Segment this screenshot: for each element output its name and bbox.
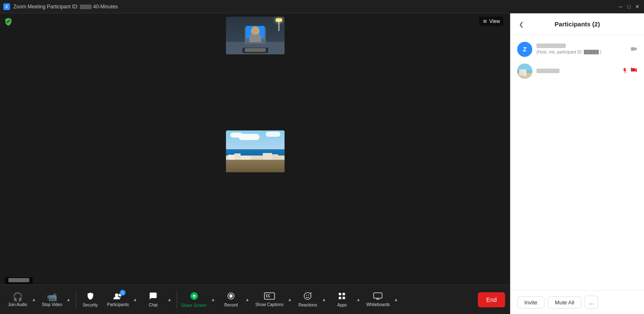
video-camera-icon: 📹 xyxy=(47,293,57,301)
participant-2-video xyxy=(226,130,285,172)
reactions-group: Reactions ▲ xyxy=(295,287,328,312)
show-captions-button[interactable]: CC Show Captions xyxy=(253,287,286,312)
stop-video-chevron[interactable]: ▲ xyxy=(65,287,72,312)
apps-chevron[interactable]: ▲ xyxy=(354,287,362,312)
chat-chevron[interactable]: ▲ xyxy=(166,287,173,312)
svg-rect-12 xyxy=(339,293,341,296)
window-controls: ─ □ ✕ xyxy=(617,3,641,10)
participants-button[interactable]: 2 Participants xyxy=(105,287,131,312)
svg-rect-13 xyxy=(343,293,345,296)
video-main: View xyxy=(0,13,510,285)
panel-header: ❮ Participants (2) xyxy=(511,13,644,35)
reactions-button[interactable]: Reactions xyxy=(295,287,320,312)
participant-1-video-icon xyxy=(631,46,637,53)
mute-all-button[interactable]: Mute All xyxy=(548,296,581,309)
svg-point-10 xyxy=(308,295,309,296)
participant-item: Z (Host, me, participant ID: █████ ) xyxy=(511,38,644,60)
invite-button[interactable]: Invite xyxy=(517,296,544,309)
security-group: Security xyxy=(78,287,103,312)
participants-group: 2 Participants ▲ xyxy=(105,287,139,312)
whiteboards-icon xyxy=(373,292,382,301)
participants-chevron[interactable]: ▲ xyxy=(131,287,139,312)
share-screen-button[interactable]: Share Screen xyxy=(179,287,209,312)
whiteboards-button[interactable]: Whiteboards xyxy=(364,287,392,312)
participant-2-mic-icon xyxy=(622,67,627,75)
share-screen-group: Share Screen ▲ xyxy=(179,287,217,312)
end-button[interactable]: End xyxy=(478,292,505,307)
participant-1-video xyxy=(226,17,285,54)
svg-point-11 xyxy=(311,292,312,294)
share-screen-chevron[interactable]: ▲ xyxy=(209,287,217,312)
participant-1-name-badge xyxy=(242,48,268,53)
share-screen-icon xyxy=(190,291,199,302)
record-group: Record ▲ xyxy=(218,287,251,312)
whiteboards-group: Whiteboards ▲ xyxy=(364,287,400,312)
participant-1-name: (Host, me, participant ID: █████ ) xyxy=(536,43,626,56)
own-name-label xyxy=(5,277,33,284)
chat-group: Chat ▲ xyxy=(141,287,173,312)
panel-title: Participants (2) xyxy=(554,20,600,28)
headphone-icon: 🎧 xyxy=(13,293,23,301)
participant-2-icons xyxy=(622,67,637,75)
chat-icon xyxy=(149,292,157,301)
svg-point-8 xyxy=(304,293,311,300)
security-shield-icon xyxy=(3,17,13,27)
video-area: View xyxy=(0,13,510,314)
record-icon xyxy=(227,292,235,301)
svg-text:CC: CC xyxy=(266,294,270,298)
panel-footer: Invite Mute All ... xyxy=(511,290,644,314)
participants-panel: ❮ Participants (2) Z (Host, me, particip… xyxy=(510,13,644,314)
apps-group: Apps ▲ xyxy=(329,287,362,312)
app-icon: Z xyxy=(3,3,10,10)
view-button[interactable]: View xyxy=(479,17,503,26)
separator-2 xyxy=(177,291,177,308)
end-area: End xyxy=(478,292,505,307)
more-button[interactable]: ... xyxy=(585,296,598,309)
join-audio-chevron[interactable]: ▲ xyxy=(30,287,38,312)
svg-rect-15 xyxy=(343,297,345,299)
whiteboards-chevron[interactable]: ▲ xyxy=(393,287,400,312)
toolbar: 🎧 Join Audio ▲ 📹 Stop Video ▲ xyxy=(0,285,510,314)
apps-icon xyxy=(338,292,346,301)
join-audio-button[interactable]: 🎧 Join Audio xyxy=(5,287,30,312)
title-bar-text: Zoom Meeting Participant ID: ████ 40-Min… xyxy=(13,4,118,10)
show-captions-group: CC Show Captions ▲ xyxy=(253,287,293,312)
participant-1-icons xyxy=(631,46,637,53)
svg-point-0 xyxy=(115,294,118,297)
join-audio-group: 🎧 Join Audio ▲ xyxy=(5,287,38,312)
svg-point-5 xyxy=(229,294,233,298)
security-icon xyxy=(86,292,95,301)
panel-collapse-button[interactable]: ❮ xyxy=(517,19,526,29)
chat-button[interactable]: Chat xyxy=(141,287,166,312)
maximize-button[interactable]: □ xyxy=(626,3,632,10)
close-button[interactable]: ✕ xyxy=(634,3,641,10)
participant-list: Z (Host, me, participant ID: █████ ) xyxy=(511,35,644,290)
participant-2-video-icon xyxy=(631,67,637,75)
svg-point-9 xyxy=(306,295,307,296)
svg-rect-19 xyxy=(631,47,635,51)
title-bar: Z Zoom Meeting Participant ID: ████ 40-M… xyxy=(0,0,644,13)
separator-1 xyxy=(76,291,76,308)
reactions-icon xyxy=(303,292,312,301)
svg-rect-16 xyxy=(374,293,382,298)
participant-2-name xyxy=(536,68,618,74)
show-captions-chevron[interactable]: ▲ xyxy=(286,287,293,312)
record-chevron[interactable]: ▲ xyxy=(244,287,251,312)
apps-button[interactable]: Apps xyxy=(329,287,354,312)
svg-rect-23 xyxy=(631,68,635,71)
captions-icon: CC xyxy=(264,292,275,301)
reactions-chevron[interactable]: ▲ xyxy=(320,287,328,312)
record-button[interactable]: Record xyxy=(218,287,244,312)
participant-2-avatar xyxy=(517,64,532,79)
svg-rect-14 xyxy=(339,297,341,299)
minimize-button[interactable]: ─ xyxy=(617,3,624,10)
stop-video-button[interactable]: 📹 Stop Video xyxy=(39,287,65,312)
participant-item xyxy=(511,60,644,82)
security-button[interactable]: Security xyxy=(78,287,103,312)
participant-1-avatar: Z xyxy=(517,42,532,57)
stop-video-group: 📹 Stop Video ▲ xyxy=(39,287,72,312)
